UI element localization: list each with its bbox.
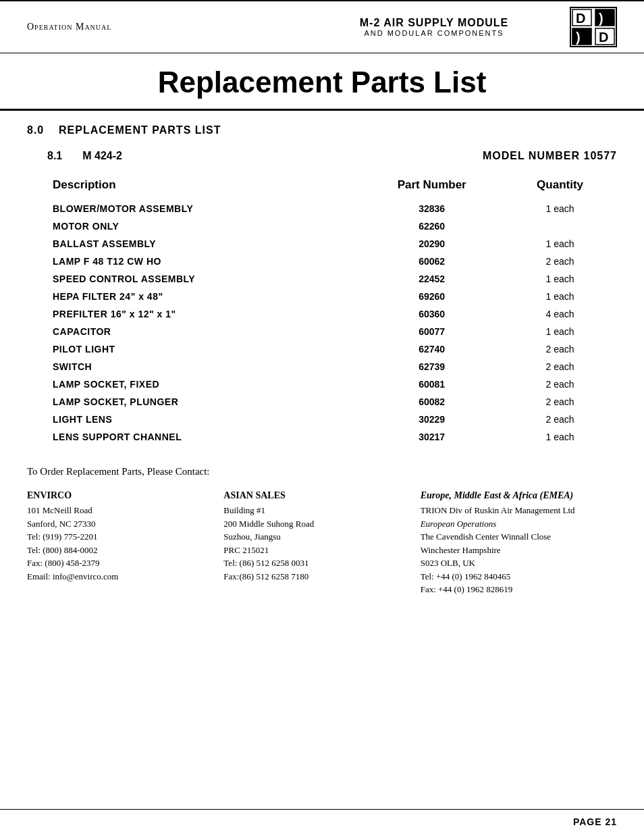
table-cell-partnum: 30217 — [360, 428, 503, 446]
manual-label: Operation Manual — [27, 22, 298, 32]
contact-columns: ENVIRCO101 McNeill RoadSanford, NC 27330… — [27, 488, 617, 596]
footer: PAGE 21 — [0, 809, 644, 834]
table-cell-partnum: 60360 — [360, 305, 503, 323]
contact-col-title-0: ENVIRCO — [27, 488, 223, 502]
table-cell-partnum: 60062 — [360, 253, 503, 270]
contact-line: Sanford, NC 27330 — [27, 517, 223, 531]
main-content: 8.0 REPLACEMENT PARTS LIST 8.1 M 424-2 M… — [0, 111, 644, 610]
table-row: LAMP SOCKET, PLUNGER600822 each — [47, 393, 617, 411]
table-row: SWITCH627392 each — [47, 358, 617, 375]
contact-line: 101 McNeill Road — [27, 504, 223, 517]
table-row: LAMP SOCKET, FIXED600812 each — [47, 375, 617, 393]
col-header-qty: Quantity — [503, 176, 617, 200]
table-cell-partnum: 22452 — [360, 270, 503, 288]
table-row: PILOT LIGHT627402 each — [47, 340, 617, 358]
table-cell-qty: 1 each — [503, 235, 617, 253]
table-cell-qty: 4 each — [503, 305, 617, 323]
subsection: 8.1 M 424-2 MODEL NUMBER 10577 Descripti… — [47, 150, 617, 446]
section-title: REPLACEMENT PARTS LIST — [59, 124, 221, 136]
table-cell-description: PREFILTER 16" x 12" x 1" — [47, 305, 360, 323]
table-cell-description: SPEED CONTROL ASSEMBLY — [47, 270, 360, 288]
subsection-model: 8.1 M 424-2 — [47, 150, 122, 162]
table-row: HEPA FILTER 24" x 48"692601 each — [47, 288, 617, 305]
contact-col-0: ENVIRCO101 McNeill RoadSanford, NC 27330… — [27, 488, 223, 583]
svg-text:D: D — [576, 11, 585, 26]
table-cell-partnum: 62260 — [360, 217, 503, 235]
svg-text:D: D — [599, 30, 608, 45]
table-cell-qty: 1 each — [503, 270, 617, 288]
svg-text:): ) — [576, 30, 581, 45]
table-row: LIGHT LENS302292 each — [47, 411, 617, 428]
table-cell-qty: 2 each — [503, 253, 617, 270]
table-row: BLOWER/MOTOR ASSEMBLY328361 each — [47, 200, 617, 217]
table-cell-partnum: 69260 — [360, 288, 503, 305]
table-cell-partnum: 32836 — [360, 200, 503, 217]
contact-line: S023 OLB, UK — [421, 556, 617, 570]
table-cell-qty: 2 each — [503, 411, 617, 428]
product-title: M-2 AIR SUPPLY MODULE — [298, 17, 570, 29]
table-cell-partnum: 60077 — [360, 323, 503, 340]
contact-section: To Order Replacement Parts, Please Conta… — [27, 466, 617, 596]
table-cell-description: LENS SUPPORT CHANNEL — [47, 428, 360, 446]
subsection-number: 8.1 — [47, 150, 62, 162]
header: Operation Manual M-2 AIR SUPPLY MODULE A… — [0, 0, 644, 53]
table-cell-description: BALLAST ASSEMBLY — [47, 235, 360, 253]
contact-line: European Operations — [421, 517, 617, 531]
table-row: LAMP F 48 T12 CW HO600622 each — [47, 253, 617, 270]
table-cell-description: PILOT LIGHT — [47, 340, 360, 358]
contact-col-1: ASIAN SALESBuilding #1200 Middle Suhong … — [223, 488, 420, 583]
logo-svg: D ) ) D — [571, 8, 616, 46]
table-cell-description: LAMP SOCKET, PLUNGER — [47, 393, 360, 411]
col-header-description: Description — [47, 176, 360, 200]
parts-table: Description Part Number Quantity BLOWER/… — [47, 176, 617, 446]
contact-col-title-2: Europe, Middle East & Africa (EMEA) — [421, 488, 617, 502]
contact-line: Suzhou, Jiangsu — [223, 530, 420, 544]
company-logo: D ) ) D — [570, 7, 617, 47]
table-cell-qty — [503, 217, 617, 235]
table-cell-qty: 2 each — [503, 340, 617, 358]
subsection-model-name: M 424-2 — [82, 150, 122, 162]
header-center: M-2 AIR SUPPLY MODULE AND MODULAR COMPON… — [298, 17, 570, 37]
contact-line: Tel: (86) 512 6258 0031 — [223, 556, 420, 570]
contact-line: 200 Middle Suhong Road — [223, 517, 420, 531]
contact-line: Fax: +44 (0) 1962 828619 — [421, 583, 617, 596]
table-row: CAPACITOR600771 each — [47, 323, 617, 340]
table-cell-partnum: 30229 — [360, 411, 503, 428]
table-cell-partnum: 60081 — [360, 375, 503, 393]
section-heading: 8.0 REPLACEMENT PARTS LIST — [27, 124, 617, 136]
contact-line: Tel: +44 (0) 1962 840465 — [421, 570, 617, 583]
table-cell-description: LIGHT LENS — [47, 411, 360, 428]
table-row: MOTOR ONLY62260 — [47, 217, 617, 235]
table-header-row: Description Part Number Quantity — [47, 176, 617, 200]
table-cell-partnum: 60082 — [360, 393, 503, 411]
table-cell-partnum: 62740 — [360, 340, 503, 358]
table-cell-partnum: 20290 — [360, 235, 503, 253]
table-cell-qty: 2 each — [503, 375, 617, 393]
page-title-section: Replacement Parts List — [0, 53, 644, 111]
contact-line: Building #1 — [223, 504, 420, 517]
contact-line: Tel: (919) 775-2201 — [27, 530, 223, 544]
contact-line: Email: info@envirco.com — [27, 570, 223, 583]
table-row: BALLAST ASSEMBLY202901 each — [47, 235, 617, 253]
product-subtitle: AND MODULAR COMPONENTS — [298, 29, 570, 37]
table-cell-qty: 1 each — [503, 200, 617, 217]
table-cell-description: HEPA FILTER 24" x 48" — [47, 288, 360, 305]
table-cell-partnum: 62739 — [360, 358, 503, 375]
model-number-label: MODEL NUMBER 10577 — [483, 150, 617, 162]
page: Operation Manual M-2 AIR SUPPLY MODULE A… — [0, 0, 644, 834]
svg-text:): ) — [599, 11, 603, 26]
contact-col-title-1: ASIAN SALES — [223, 488, 420, 502]
manual-label-text: Operation Manual — [27, 22, 111, 32]
contact-col-2: Europe, Middle East & Africa (EMEA)TRION… — [421, 488, 617, 596]
contact-line: Fax:(86) 512 6258 7180 — [223, 570, 420, 583]
table-cell-description: LAMP F 48 T12 CW HO — [47, 253, 360, 270]
table-cell-description: SWITCH — [47, 358, 360, 375]
table-row: SPEED CONTROL ASSEMBLY224521 each — [47, 270, 617, 288]
contact-line: Tel: (800) 884-0002 — [27, 544, 223, 557]
table-cell-qty: 2 each — [503, 393, 617, 411]
section-number: 8.0 — [27, 124, 44, 136]
page-title: Replacement Parts List — [27, 66, 617, 99]
table-cell-qty: 1 each — [503, 323, 617, 340]
table-cell-description: MOTOR ONLY — [47, 217, 360, 235]
contact-line: Winchester Hampshire — [421, 544, 617, 557]
